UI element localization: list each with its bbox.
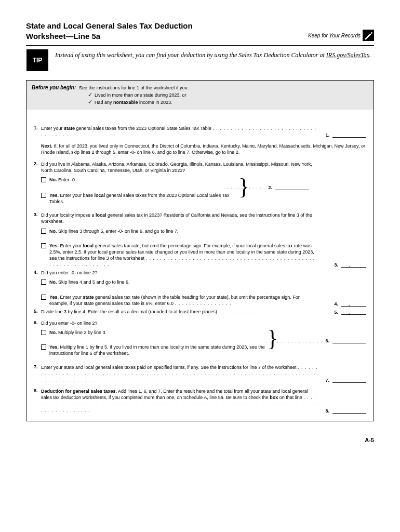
blank-2[interactable] — [275, 184, 309, 190]
page-title-line2: Worksheet—Line 5a — [26, 31, 100, 42]
header-divider — [26, 45, 374, 46]
checkmark-icon: ✓ — [88, 91, 92, 98]
blank-5[interactable] — [341, 309, 366, 315]
keep-for-records: Keep for Your Records — [308, 30, 374, 41]
blank-7[interactable] — [332, 377, 366, 383]
line-4: 4. Did you enter -0- on line 2? No. Skip… — [34, 270, 366, 307]
checkmark-icon: ✓ — [88, 99, 92, 105]
line-6: 6. Did you enter -0- on line 2? No. Mult… — [34, 320, 366, 357]
check-item-1: ✓ Lived in more than one state during 20… — [88, 91, 368, 98]
line-7: 7. Enter your state and local general sa… — [34, 364, 366, 383]
before-you-begin: Before you begin: See the instructions f… — [26, 81, 374, 110]
blank-6[interactable] — [332, 338, 366, 343]
checkbox-6-yes[interactable] — [41, 344, 46, 350]
checkbox-3-no[interactable] — [41, 229, 46, 234]
header: State and Local General Sales Tax Deduct… — [26, 21, 374, 41]
answer-num-4: 4. — [334, 301, 338, 307]
page-title-line1: State and Local General Sales Tax Deduct… — [26, 21, 193, 31]
blank-3[interactable] — [341, 262, 366, 268]
checkbox-4-yes[interactable] — [41, 295, 46, 300]
before-label: Before you begin: — [32, 85, 76, 90]
worksheet-box: Before you begin: See the instructions f… — [26, 80, 374, 421]
line-1: 1. Enter your state general sales taxes … — [34, 125, 366, 138]
answer-num-8: 8. — [325, 408, 329, 414]
next-note: Next. If, for all of 2023, you lived onl… — [41, 143, 366, 155]
answer-num-7: 7. — [325, 378, 329, 383]
tip-section: TIP Instead of using this worksheet, you… — [26, 51, 374, 70]
before-intro: See the instructions for line 1 of the w… — [79, 85, 189, 90]
page-footer: A-5 — [26, 437, 374, 443]
answer-num-3: 3. — [334, 262, 338, 268]
line-8: 8. Deduction for general sales taxes. Ad… — [34, 388, 366, 414]
blank-4[interactable] — [341, 301, 366, 307]
blank-1[interactable] — [332, 132, 366, 138]
tip-icon: TIP — [28, 51, 47, 70]
checkbox-2-yes[interactable] — [41, 193, 46, 198]
checkbox-6-no[interactable] — [41, 330, 46, 335]
answer-num-6: 6. — [325, 338, 329, 343]
answer-num-2: 2. — [268, 185, 272, 190]
tip-link[interactable]: IRS.gov/SalesTax — [326, 51, 369, 59]
checkbox-2-no[interactable] — [41, 177, 46, 182]
checkbox-4-no[interactable] — [41, 280, 46, 285]
answer-num-5: 5. — [334, 310, 338, 315]
checkbox-3-yes[interactable] — [41, 243, 46, 248]
tip-text: Instead of using this worksheet, you can… — [55, 51, 371, 60]
line-5: 5. Divide line 3 by line 4. Enter the re… — [34, 309, 366, 315]
line-3: 3. Did your locality impose a local gene… — [34, 212, 366, 268]
line-2: 2. Did you live in Alabama, Alaska, Ariz… — [34, 161, 366, 205]
answer-num-1: 1. — [325, 132, 329, 138]
check-item-2: ✓ Had any nontaxable income in 2023. — [88, 99, 368, 105]
pencil-icon — [363, 30, 374, 41]
blank-8[interactable] — [332, 408, 366, 414]
